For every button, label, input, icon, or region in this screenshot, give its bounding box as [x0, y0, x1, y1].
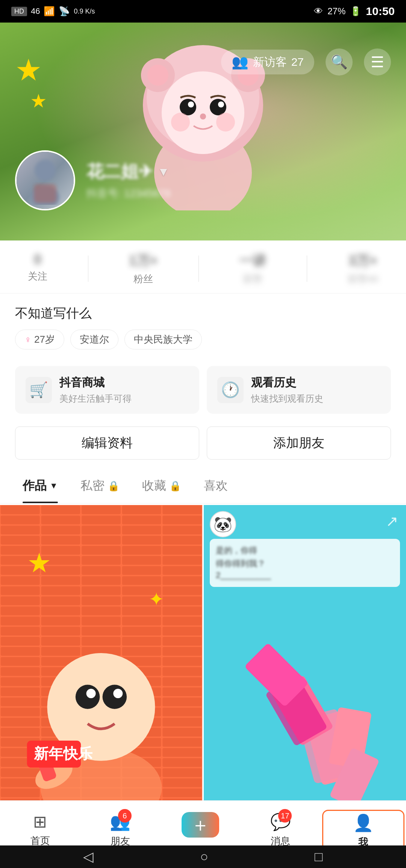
recent-gesture-button[interactable]: □ — [315, 849, 323, 865]
battery-level: 27% — [327, 6, 345, 17]
tab-works-label: 作品 — [23, 478, 47, 494]
avatar[interactable] — [15, 150, 75, 210]
tab-private-label: 私密 — [80, 478, 105, 494]
shop-subtitle: 美好生活触手可得 — [59, 393, 132, 405]
following-label: 关注 — [28, 270, 47, 283]
likes2-label: 获赞44 — [348, 272, 378, 286]
home-icon: ⊞ — [33, 812, 47, 831]
back-gesture-button[interactable]: ◁ — [83, 849, 94, 865]
history-title: 观看历史 — [251, 375, 323, 390]
status-right: 👁 27% 🔋 10:50 — [314, 5, 395, 18]
tab-likes[interactable]: 喜欢 — [192, 469, 239, 503]
search-icon: 🔍 — [331, 54, 348, 70]
nav-post[interactable]: ＋ — [160, 808, 240, 841]
nav-friends[interactable]: 👥 朋友 6 — [80, 808, 160, 851]
svg-point-25 — [103, 685, 127, 709]
location-tag-text: 安道尔 — [80, 333, 109, 346]
shop-icon: 🛒 — [26, 377, 52, 403]
avatar-image — [17, 152, 74, 209]
content-grid: ★ ✦ 新年快乐 草稿 2 — [0, 504, 406, 800]
svg-point-11 — [218, 101, 224, 107]
menu-icon: ☰ — [371, 53, 384, 71]
bio-text: 不知道写什么 — [15, 305, 391, 322]
svg-point-26 — [86, 689, 96, 698]
stat-divider-3 — [307, 256, 307, 282]
chat-text-line2: 得你得到我？ — [216, 558, 394, 570]
collection-lock-icon: 🔒 — [169, 480, 181, 492]
visitors-count: 27 — [291, 56, 304, 68]
following-count: 0 — [34, 252, 41, 268]
friends-badge: 6 — [118, 809, 132, 823]
edit-profile-button[interactable]: 编辑资料 — [15, 426, 199, 460]
action-buttons: 编辑资料 添加朋友 — [0, 423, 406, 469]
search-button[interactable]: 🔍 — [326, 48, 353, 76]
tab-collection[interactable]: 收藏 🔒 — [131, 469, 192, 503]
share-icon: ↗ — [386, 513, 398, 530]
dropdown-arrow-icon[interactable]: ▼ — [158, 165, 170, 179]
svg-point-24 — [76, 685, 100, 709]
quick-links: 🛒 抖音商城 美好生活触手可得 🕐 观看历史 快速找到观看历史 — [0, 357, 406, 423]
history-text: 观看历史 快速找到观看历史 — [251, 375, 323, 405]
stat-divider-2 — [198, 256, 199, 282]
chat-bubble: 是的，你得 得你得到我？ 2___________ — [210, 539, 400, 587]
stat-likes2[interactable]: 3万+ 获赞44 — [348, 252, 378, 286]
star-decoration-2: ★ — [30, 90, 47, 112]
home-gesture-button[interactable]: ○ — [200, 849, 208, 865]
add-friend-button[interactable]: 添加朋友 — [207, 426, 391, 460]
chat-text-line3: 2___________ — [216, 570, 394, 581]
visitors-label: 新访客 — [253, 54, 287, 70]
bio-section: 不知道写什么 ♀ 27岁 安道尔 中央民族大学 — [0, 293, 406, 357]
followers-label: 粉丝 — [133, 272, 153, 286]
battery-icon: 🔋 — [350, 6, 361, 17]
grid-item-video[interactable]: 🐼 ↗ 是的，你得 得你得到我？ 2___________ ▶ 1万+ — [204, 505, 406, 800]
grid-item-draft[interactable]: ★ ✦ 新年快乐 草稿 2 — [0, 505, 202, 800]
shop-title: 抖音商城 — [59, 375, 132, 390]
tag-school[interactable]: 中央民族大学 — [124, 330, 202, 349]
stats-row: 0 关注 1万+ 粉丝 一讲 获赞 3万+ 获赞44 — [0, 240, 406, 293]
stat-divider-1 — [88, 256, 88, 282]
time-display: 10:50 — [366, 5, 395, 18]
new-visitors-button[interactable]: 👥 新访客 27 — [221, 50, 314, 74]
hero-cover: ★ ★ — [0, 23, 406, 240]
profile-row: 花二姐✈ ▼ 抖音号: 12345678 — [15, 150, 171, 210]
shop-card[interactable]: 🛒 抖音商城 美好生活触手可得 — [15, 366, 199, 414]
signal-icon: 📶 — [44, 6, 55, 17]
nav-home[interactable]: ⊞ 首页 — [0, 808, 80, 851]
stat-followers[interactable]: 1万+ 粉丝 — [129, 252, 158, 286]
status-left: HD 46 📶 📡 0.9 K/s — [11, 6, 95, 17]
wifi-icon: 📡 — [59, 6, 70, 17]
svg-rect-17 — [34, 184, 56, 203]
profile-name-area: 花二姐✈ ▼ 抖音号: 12345678 — [86, 160, 171, 201]
svg-point-7 — [162, 71, 244, 154]
profile-id: 抖音号: 12345678 — [86, 186, 171, 201]
history-card[interactable]: 🕐 观看历史 快速找到观看历史 — [207, 366, 391, 414]
private-lock-icon: 🔒 — [108, 480, 120, 492]
tabs-bar: 作品 ▼ 私密 🔒 收藏 🔒 喜欢 — [0, 469, 406, 504]
likes1-label: 获赞 — [243, 272, 262, 286]
svg-text:★: ★ — [27, 548, 52, 578]
tab-private[interactable]: 私密 🔒 — [69, 469, 131, 503]
stat-following[interactable]: 0 关注 — [28, 252, 47, 286]
hd-badge: HD — [11, 7, 27, 16]
svg-text:✦: ✦ — [148, 589, 164, 610]
school-tag-text: 中央民族大学 — [134, 333, 192, 346]
history-icon: 🕐 — [217, 377, 244, 403]
eye-icon: 👁 — [314, 6, 323, 17]
tab-works[interactable]: 作品 ▼ — [11, 469, 69, 503]
svg-point-9 — [210, 99, 226, 115]
history-subtitle: 快速找到观看历史 — [251, 393, 323, 405]
me-icon: 👤 — [353, 813, 374, 833]
username-text: 花二姐✈ — [86, 160, 153, 183]
svg-point-27 — [113, 689, 123, 698]
likes2-count: 3万+ — [348, 252, 377, 270]
visitors-icon: 👥 — [232, 54, 248, 70]
post-button[interactable]: ＋ — [182, 812, 219, 838]
tag-age[interactable]: ♀ 27岁 — [15, 330, 64, 349]
nav-messages[interactable]: 💬 消息 17 — [241, 808, 321, 851]
stat-likes1[interactable]: 一讲 获赞 — [239, 252, 266, 286]
svg-point-13 — [171, 113, 190, 132]
tag-location[interactable]: 安道尔 — [70, 330, 118, 349]
chat-text-line1: 是的，你得 — [216, 545, 394, 556]
video-poster-avatar: 🐼 — [210, 511, 236, 537]
menu-button[interactable]: ☰ — [364, 48, 391, 76]
